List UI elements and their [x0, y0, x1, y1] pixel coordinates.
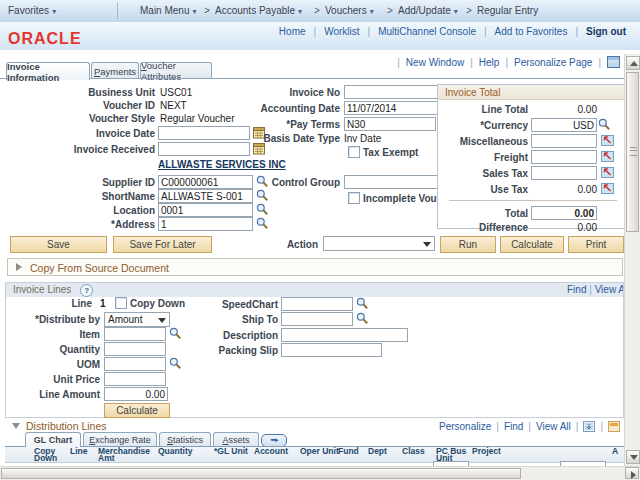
line-calculate-button[interactable]: Calculate [104, 403, 170, 418]
lookup-icon[interactable] [256, 217, 269, 230]
speedchart-input[interactable] [281, 297, 353, 311]
favorites-menu[interactable]: Favorites [8, 5, 56, 16]
incomplete-voucher-checkbox[interactable] [348, 192, 360, 204]
http-grid-icon[interactable] [607, 56, 620, 68]
calculate-button[interactable]: Calculate [500, 236, 564, 253]
copy-from-source-title: Copy From Source Document [30, 262, 169, 274]
tab-voucher-attributes[interactable]: Voucher Attributes [140, 62, 212, 79]
freight-label: Freight [445, 152, 528, 163]
sign-out-link[interactable]: Sign out [586, 26, 626, 37]
zoom-grid-icon[interactable] [608, 421, 620, 432]
scroll-right-button[interactable] [625, 467, 639, 479]
description-input[interactable] [281, 328, 408, 342]
copy-from-source-section[interactable]: Copy From Source Document [7, 258, 623, 276]
breadcrumb-accounts-payable[interactable]: Accounts Payable [215, 5, 302, 16]
basis-date-type-value: Inv Date [344, 133, 381, 144]
lookup-icon[interactable] [356, 312, 369, 325]
accounting-date-input[interactable] [344, 101, 452, 115]
print-button[interactable]: Print [568, 236, 624, 253]
uom-input[interactable] [104, 357, 166, 371]
lookup-icon[interactable] [169, 327, 182, 340]
column-header-dept: Dept [368, 448, 402, 455]
vertical-scroll-thumb[interactable] [626, 72, 639, 232]
breadcrumb-regular-entry: Regular Entry [477, 5, 538, 16]
currency-input[interactable] [531, 118, 597, 132]
line-amount-input[interactable] [104, 387, 168, 401]
ship-to-input[interactable] [281, 312, 353, 326]
worklist-link[interactable]: Worklist [324, 26, 359, 37]
home-link[interactable]: Home [279, 26, 306, 37]
packing-slip-input[interactable] [281, 343, 382, 357]
new-window-link[interactable]: New Window [406, 57, 464, 68]
unit-price-input[interactable] [104, 372, 166, 386]
pay-terms-input[interactable] [344, 117, 436, 131]
action-select[interactable] [323, 236, 435, 251]
copy-down-checkbox[interactable] [115, 297, 127, 309]
find-link[interactable]: Find [567, 284, 586, 295]
tax-exempt-checkbox[interactable] [348, 146, 360, 158]
grid-tab-exchange-rate[interactable]: Exchange Rate [83, 432, 157, 447]
voucher-style-label: Voucher Style [30, 113, 155, 124]
location-input[interactable] [158, 203, 253, 217]
scroll-down-button[interactable] [626, 450, 640, 464]
add-to-favorites-link[interactable]: Add to Favorites [495, 26, 568, 37]
view-all-link[interactable]: View All [536, 421, 571, 432]
misc-charge-detail-icon[interactable] [601, 135, 614, 148]
address-input[interactable] [158, 217, 253, 231]
save-for-later-button[interactable]: Save For Later [113, 236, 212, 253]
vertical-scrollbar[interactable] [624, 54, 640, 466]
lookup-icon[interactable] [598, 118, 611, 131]
expand-arrow-icon[interactable] [16, 263, 22, 271]
column-header-line: Line [70, 448, 98, 455]
difference-value: 0.00 [560, 222, 597, 233]
breadcrumb-add-update[interactable]: Add/Update [398, 5, 458, 16]
download-grid-icon[interactable] [583, 421, 595, 432]
find-link[interactable]: Find [504, 421, 523, 432]
control-group-input[interactable] [344, 175, 444, 189]
lookup-icon[interactable] [256, 203, 269, 216]
breadcrumb-separator [310, 5, 324, 16]
total-label: Total [445, 208, 528, 219]
horizontal-scrollbar[interactable] [0, 466, 640, 480]
line-label: Line [52, 298, 92, 309]
lookup-icon[interactable] [356, 297, 369, 310]
supplier-name-link[interactable]: ALLWASTE SERVICES INC [158, 159, 286, 170]
help-icon[interactable] [80, 284, 93, 297]
tab-payments[interactable]: Payments [91, 62, 139, 79]
miscellaneous-input[interactable] [531, 134, 597, 148]
view-all-link[interactable]: View All [595, 284, 623, 295]
multichannel-console-link[interactable]: MultiChannel Console [378, 26, 476, 37]
scroll-up-button[interactable] [626, 56, 640, 70]
link-separator [600, 421, 603, 432]
lookup-icon[interactable] [169, 357, 182, 370]
column-header-account: Account [254, 448, 300, 455]
distribute-by-select[interactable]: Amount [104, 312, 170, 327]
invoice-received-input[interactable] [158, 142, 250, 156]
main-menu[interactable]: Main Menu [140, 5, 196, 16]
total-input[interactable] [531, 206, 597, 220]
freight-detail-icon[interactable] [601, 151, 614, 164]
column-header-oper-unit: Oper Unit [300, 448, 342, 455]
breadcrumb-vouchers[interactable]: Vouchers [325, 5, 374, 16]
shortname-input[interactable] [158, 189, 253, 203]
collapse-arrow-icon[interactable] [12, 423, 20, 429]
sales-tax-detail-icon[interactable] [601, 167, 614, 180]
personalize-link[interactable]: Personalize [439, 421, 491, 432]
freight-input[interactable] [531, 150, 597, 164]
grid-tab-gl-chart[interactable]: GL Chart [25, 432, 81, 447]
tab-invoice-information[interactable]: Invoice Information [6, 62, 90, 80]
invoice-no-label: Invoice No [225, 87, 340, 98]
quantity-input[interactable] [104, 342, 166, 356]
item-input[interactable] [104, 327, 166, 341]
horizontal-scroll-thumb[interactable] [1, 468, 521, 479]
lookup-icon[interactable] [256, 189, 269, 202]
personalize-page-link[interactable]: Personalize Page [514, 57, 592, 68]
invoice-total-title: Invoice Total [438, 85, 627, 100]
save-button[interactable]: Save [10, 236, 107, 253]
use-tax-detail-icon[interactable] [601, 183, 614, 196]
help-link[interactable]: Help [479, 57, 500, 68]
sales-tax-input[interactable] [531, 166, 597, 180]
run-button[interactable]: Run [440, 236, 496, 253]
grid-tab-assets[interactable]: Assets [213, 432, 259, 447]
grid-tab-statistics[interactable]: Statistics [159, 432, 211, 447]
